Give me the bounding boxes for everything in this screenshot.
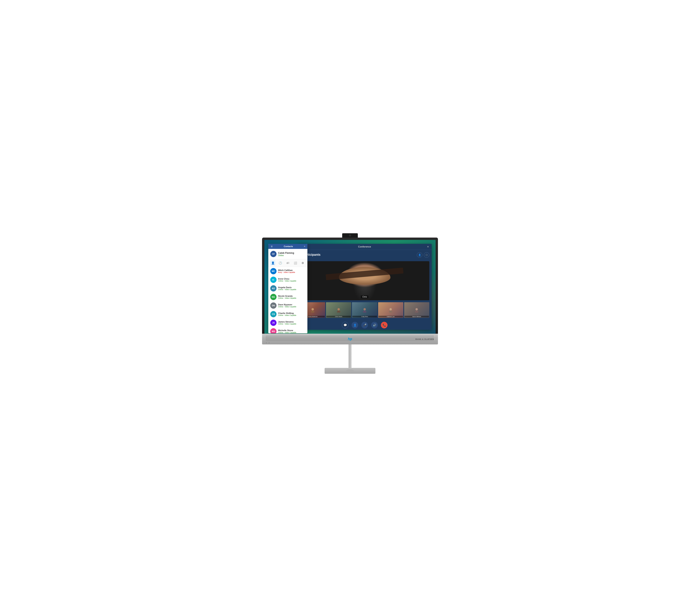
thumbnail-video-5 [404,302,429,318]
contact-item-mc[interactable]: MC Mitch Callihan Busy - Video Capable [268,267,307,275]
contacts-title: Contacts [284,245,293,248]
monitor-bezel: ☰ Contacts ✕ CF Caleb Fleming Online 👤 🕐… [262,237,438,334]
contact-name-js: James Stevens [278,320,305,323]
webcam [342,233,358,237]
contact-item-ms[interactable]: MS Michelle Stone Online - Video Capable [268,327,307,333]
contact-name-cs: Charlie Shilling [278,312,305,314]
thumbnail-name-2: Chris Harris [326,316,351,317]
contacts-panel: ☰ Contacts ✕ CF Caleb Fleming Online 👤 🕐… [268,244,307,333]
current-user-avatar: CF [270,251,276,257]
contact-status-mc: Busy - Video Capable [278,271,305,273]
indicator-dot-1 [266,342,267,343]
avatar-ms: MS [270,328,276,333]
contact-info-ng: Nicole Grandy Online - Video Capable [278,295,305,299]
participants-button[interactable]: 👤 [352,322,358,329]
current-user-info: Caleb Fleming Online [278,252,294,256]
contact-info-ic: Irene Chou Online - Video Capable [278,278,305,282]
tab-recent[interactable]: 🕐 [278,260,283,266]
thumbnail-video-4 [378,302,403,318]
speaker-button[interactable]: 🔊 [371,322,378,329]
avatar-mc: MC [270,268,276,274]
contact-info-js: James Stevens Online - Video Capable [278,320,305,325]
contact-name-ms: Michelle Stone [278,329,305,332]
indicator-2 [269,342,269,343]
avatar-cs: CS [270,311,276,317]
monitor-stand-neck [349,344,351,368]
tab-people[interactable]: 👤 [270,260,275,266]
svg-point-0 [311,308,314,310]
contact-info-ms: Michelle Stone Online - Video Capable [278,329,305,333]
contacts-nav-tabs: 👤 🕐 🏷 ⬜ ⚙ [268,259,307,267]
mic-button[interactable]: 🎤 [361,322,368,329]
thumbnail-name-4: Katherin Lan [378,316,403,317]
screen: ☰ Contacts ✕ CF Caleb Fleming Online 👤 🕐… [264,240,436,334]
svg-point-4 [364,308,366,310]
tab-settings[interactable]: ⚙ [300,260,305,266]
svg-point-8 [415,308,418,310]
thumbnail-2[interactable]: Chris Harris [326,302,351,318]
current-user-status: Online [278,254,294,256]
chat-button[interactable]: 💬 [342,322,348,329]
current-user-profile: CF Caleb Fleming Online [268,249,307,259]
conference-header-icons: 👤 ⬡ [417,252,429,258]
contacts-list: MC Mitch Callihan Busy - Video Capable I… [268,267,307,333]
tab-tags[interactable]: 🏷 [285,260,290,266]
avatar-ng: NG [270,294,276,300]
main-video-area: Chris [300,261,429,300]
contact-item-dn[interactable]: DN Dave Nypaver Online - Video Capable [268,301,307,310]
contacts-close-button[interactable]: ✕ [304,245,305,248]
thumbnail-video-2 [326,302,351,318]
main-speaker-video [300,261,429,300]
thumbnail-name-5: Aaron Millman [405,316,429,317]
indicator-1 [266,342,267,343]
thumbnail-4[interactable]: Katherin Lan [378,302,403,318]
avatar-ic: IC [270,277,276,283]
conference-header: ☰ Conference ✕ [297,244,432,250]
contact-item-ic[interactable]: IC Irene Chou Online - Video Capable [268,275,307,284]
screen-share-button[interactable]: ⬡ [424,252,429,258]
svg-point-5 [363,311,366,313]
contact-status-ic: Online - Video Capable [278,280,305,282]
thumbnail-5[interactable]: Aaron Millman [404,302,429,318]
svg-point-2 [337,308,340,310]
contact-status-dn: Online - Video Capable [278,306,305,308]
thumbnails-row: Trisha Anderson Chris Harris [300,302,429,318]
avatar-dn: DN [270,302,276,309]
contact-item-js[interactable]: JS James Stevens Online - Video Capable [268,318,307,327]
thumbnail-video-3 [352,302,377,318]
add-participant-button[interactable]: 👤 [417,252,422,258]
contact-info-cs: Charlie Shilling Online - Video Capable [278,312,305,316]
monitor-stand-base [325,368,375,374]
conference-info: 6 Participants 24:33 👤 ⬡ [300,252,429,259]
main-speaker-label: Chris [361,295,368,298]
contact-info-mc: Mitch Callihan Busy - Video Capable [278,269,305,273]
contact-info-dn: Dave Nypaver Online - Video Capable [278,304,305,308]
thumbnail-name-3: Cody Sims [352,316,377,317]
svg-point-6 [390,308,392,310]
contact-name-ng: Nicole Grandy [278,295,305,297]
end-call-button[interactable]: 📞 [381,322,388,329]
svg-point-7 [389,311,392,313]
current-user-name: Caleb Fleming [278,252,294,254]
contacts-header-icon: ☰ [270,245,273,248]
contacts-header: ☰ Contacts ✕ [268,244,307,249]
contact-name-dn: Dave Nypaver [278,304,305,306]
contact-info-ad: Angela Davis Online - Video Capable [278,286,305,291]
bang-olufsen-logo: BANG & OLUFSEN [415,338,434,340]
thumbnail-3[interactable]: Cody Sims [352,302,377,318]
monitor-wrapper: ☰ Contacts ✕ CF Caleb Fleming Online 👤 🕐… [262,233,438,374]
hp-logo: hp [348,337,352,341]
contact-name-ic: Irene Chou [278,278,305,280]
conference-close-button[interactable]: ✕ [427,245,429,248]
conference-body: 6 Participants 24:33 👤 ⬡ Chris [297,250,432,320]
contact-item-ng[interactable]: NG Nicole Grandy Online - Video Capable [268,293,307,301]
contact-status-ms: Online - Video Capable [278,332,305,333]
contact-item-ad[interactable]: AD Angela Davis Online - Video Capable [268,284,307,293]
monitor-indicators [266,342,269,343]
contact-name-mc: Mitch Callihan [278,269,305,271]
contact-item-cs[interactable]: CS Charlie Shilling Online - Video Capab… [268,310,307,318]
avatar-js: JS [270,320,276,326]
tab-groups[interactable]: ⬜ [293,260,298,266]
conference-controls: 💬 👤 🎤 🔊 📞 [297,320,432,330]
monitor-bottom: hp BANG & OLUFSEN [262,334,438,344]
